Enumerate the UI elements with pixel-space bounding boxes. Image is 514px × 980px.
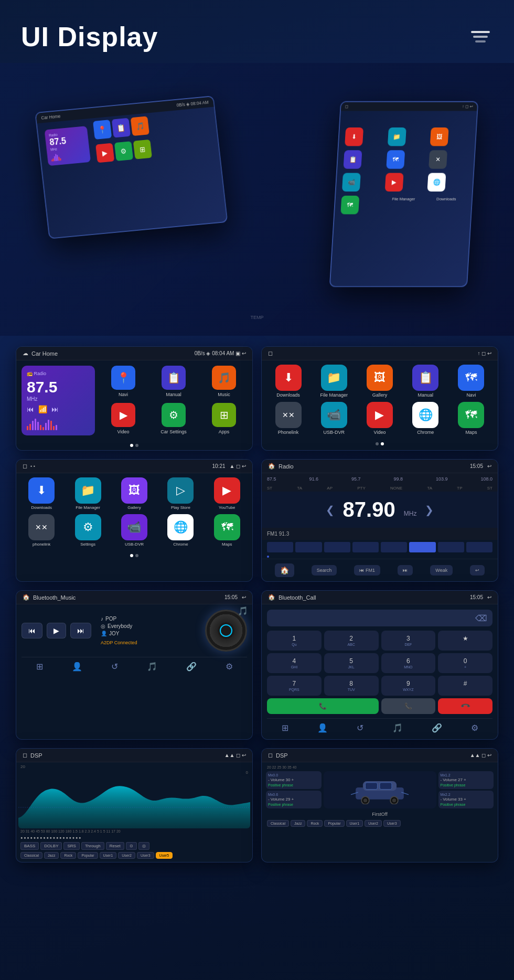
app3-chrome[interactable]: 🌐 Chrome: [159, 514, 201, 547]
btcall-nav-refresh[interactable]: ↺: [357, 723, 363, 733]
app3-playstore[interactable]: ▷ Play Store: [159, 477, 201, 510]
btcall-nav-link[interactable]: 🔗: [432, 723, 442, 733]
dsp-firstoff[interactable]: FirstOff: [265, 809, 495, 819]
app-car-settings[interactable]: ⚙ Car Settings: [151, 403, 197, 436]
preset-rock[interactable]: Rock: [60, 852, 76, 859]
app-navi[interactable]: 📍 Navi: [100, 366, 146, 399]
backspace-icon[interactable]: ⌫: [475, 613, 487, 623]
app2-maps[interactable]: 🗺 Maps: [450, 402, 492, 435]
dial-1[interactable]: 1Qu: [267, 631, 322, 651]
dsp2-user2[interactable]: User2: [365, 820, 382, 827]
preset-user3[interactable]: User3: [137, 852, 154, 859]
app-manual[interactable]: 📋 Manual: [151, 366, 197, 399]
dsp-srs-btn[interactable]: SRS: [63, 842, 79, 850]
app3-maps[interactable]: 🗺 Maps: [206, 514, 248, 547]
card5-back-icon[interactable]: ↩: [242, 594, 246, 600]
radio-home-btn[interactable]: 🏠: [275, 563, 294, 577]
btcall-nav-user[interactable]: 👤: [317, 723, 328, 733]
dsp2-user3[interactable]: User3: [383, 820, 401, 827]
app3-downloads[interactable]: ⬇ Downloads: [20, 477, 62, 510]
app3-phonelink[interactable]: ✕✕ phonelink: [20, 514, 62, 547]
app-music[interactable]: 🎵 Music: [201, 366, 247, 399]
app3-usbdvr[interactable]: 📹 USB-DVR: [113, 514, 155, 547]
btcall-nav-settings[interactable]: ⚙: [471, 723, 478, 733]
preset-popular[interactable]: Popular: [78, 852, 98, 859]
bt-nav-grid[interactable]: ⊞: [36, 662, 43, 672]
radio-search-btn[interactable]: Search: [312, 565, 337, 576]
app2-gallery[interactable]: 🖼 Gallery: [358, 365, 401, 398]
dsp-opt-btn2[interactable]: ◎: [138, 842, 149, 850]
prev-icon[interactable]: ⏮: [27, 405, 34, 413]
card6-back-icon[interactable]: ↩: [487, 594, 491, 600]
dsp-dolby-btn[interactable]: DOLBY: [40, 842, 62, 850]
app2-filemanager[interactable]: 📁 File Manager: [313, 365, 355, 398]
dial-star[interactable]: ★: [438, 631, 492, 651]
preset-user2[interactable]: User2: [118, 852, 135, 859]
dsp-opt-btn1[interactable]: ⊙: [126, 842, 137, 850]
radio-preset: FM1 91.3: [262, 528, 498, 540]
dial-3[interactable]: 3DEF: [381, 631, 436, 651]
app2-usbdvr[interactable]: 📹 USB-DVR: [313, 402, 355, 435]
next-icon[interactable]: ⏭: [51, 405, 59, 413]
bt-nav-user[interactable]: 👤: [72, 662, 82, 672]
card7-header: ◻ DSP ▲▲ ◻ ↩: [16, 749, 252, 762]
btcall-nav-grid[interactable]: ⊞: [282, 723, 288, 733]
dsp2-classical[interactable]: Classical: [267, 820, 289, 827]
dial-end[interactable]: 📞: [381, 698, 436, 714]
app-video[interactable]: ▶ Video: [100, 403, 146, 436]
dial-2[interactable]: 2ABC: [324, 631, 379, 651]
dial-5[interactable]: 5JKL: [324, 653, 379, 673]
bt-nav-link[interactable]: 🔗: [186, 662, 197, 672]
dial-6[interactable]: 6MNO: [381, 653, 436, 673]
app2-phonelink[interactable]: ✕✕ Phonelink: [267, 402, 309, 435]
app3-filemanager[interactable]: 📁 File Manager: [67, 477, 109, 510]
dsp-reset-btn[interactable]: Reset: [106, 842, 124, 850]
preset-classical[interactable]: Classical: [20, 852, 42, 859]
card1-header: ☁ Car Home 0B/s ◈ 08:04 AM ▣ ↩: [16, 347, 252, 360]
dial-end2[interactable]: 📞: [438, 698, 492, 714]
radio-big-display: ❮ 87.90 MHz ❯: [262, 492, 498, 528]
dial-8[interactable]: 8TUV: [324, 676, 379, 696]
preset-user1[interactable]: User1: [100, 852, 117, 859]
app3-gallery[interactable]: 🖼 Gallery: [113, 477, 155, 510]
radio-next-btn[interactable]: ❯: [425, 504, 434, 516]
app2-navi[interactable]: 🗺 Navi: [450, 365, 492, 398]
dsp2-jazz[interactable]: Jazz: [291, 820, 305, 827]
dsp-through-btn[interactable]: Through: [81, 842, 104, 850]
btcall-nav-music[interactable]: 🎵: [392, 723, 403, 733]
card-dsp2: ◻ DSP ▲▲ ◻ ↩ 20 22 25 30 35 40 Mx0.0 - V…: [261, 748, 498, 862]
bt-next-btn[interactable]: ⏭: [70, 623, 91, 638]
dial-7[interactable]: 7PQRS: [267, 676, 322, 696]
dsp2-rock[interactable]: Rock: [307, 820, 323, 827]
dsp2-popular[interactable]: Popular: [324, 820, 344, 827]
app2-video[interactable]: ▶ Video: [358, 402, 401, 435]
radio-weak-btn[interactable]: Weak: [430, 565, 453, 576]
app-apps[interactable]: ⊞ Apps: [201, 403, 247, 436]
dsp2-user1[interactable]: User1: [346, 820, 363, 827]
radio-back-btn[interactable]: ↩: [470, 565, 485, 576]
dial-0plus[interactable]: 0+: [438, 653, 492, 673]
app3-settings[interactable]: ⚙ Settings: [67, 514, 109, 547]
bt-nav-refresh[interactable]: ↺: [111, 662, 118, 672]
preset-user5[interactable]: User5: [156, 852, 173, 859]
dsp-bass-btn[interactable]: BASS: [20, 842, 39, 850]
dial-hash[interactable]: #: [438, 676, 492, 696]
dial-9[interactable]: 9WXYZ: [381, 676, 436, 696]
app3-youtube[interactable]: ▶ YouTube: [206, 477, 248, 510]
preset-jazz[interactable]: Jazz: [44, 852, 59, 859]
app2-chrome[interactable]: 🌐 Chrome: [404, 402, 447, 435]
layers-icon[interactable]: [468, 24, 493, 49]
radio-fm1-btn[interactable]: ⏮ FM1: [354, 565, 380, 576]
bt-play-btn[interactable]: ▶: [47, 623, 66, 638]
radio-prev-btn[interactable]: ❮: [326, 504, 335, 516]
card4-header: 🏠 Radio 15:05 ↩: [262, 460, 498, 473]
dial-call[interactable]: 📞: [267, 698, 379, 714]
bt-nav-music[interactable]: 🎵: [147, 662, 157, 672]
dial-4[interactable]: 4GHI: [267, 653, 322, 673]
radio-next2-btn[interactable]: ⏭: [398, 565, 413, 576]
app2-manual[interactable]: 📋 Manual: [404, 365, 447, 398]
bt-nav-settings[interactable]: ⚙: [226, 662, 233, 672]
bt-prev-btn[interactable]: ⏮: [22, 623, 42, 638]
card4-back-icon[interactable]: ↩: [487, 463, 491, 469]
app2-downloads[interactable]: ⬇ Downloads: [267, 365, 309, 398]
